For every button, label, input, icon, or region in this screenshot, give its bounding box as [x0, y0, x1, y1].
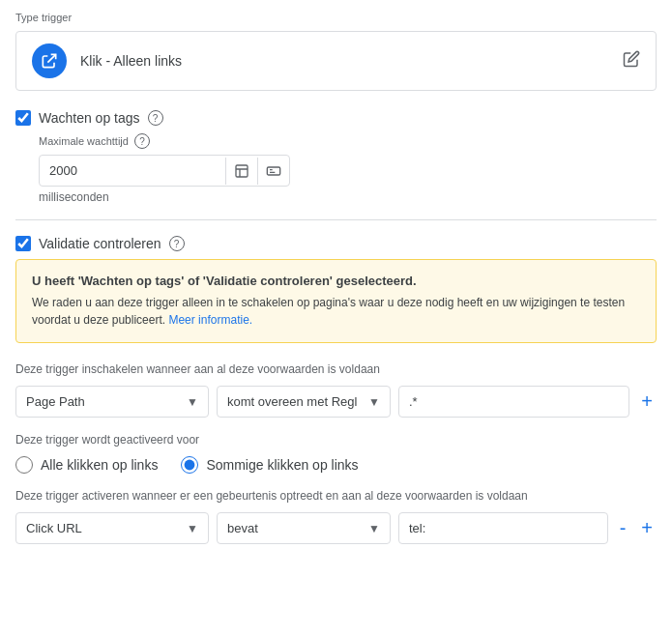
filter-condition-row: Page Path ▼ komt overeen met Regl ▼ + — [15, 386, 657, 418]
warning-title: U heeft 'Wachten op tags' of 'Validatie … — [32, 274, 640, 288]
warning-text: We raden u aan deze trigger alleen in te… — [32, 294, 640, 329]
event-remove-condition-button[interactable]: - — [616, 513, 630, 543]
event-add-condition-button[interactable]: + — [637, 513, 657, 543]
event-condition-row: Click URL ▼ bevat ▼ - + — [15, 512, 657, 544]
trigger-card-left: Klik - Alleen links — [32, 43, 182, 78]
warning-link[interactable]: Meer informatie. — [168, 313, 252, 327]
warning-text-content: We raden u aan deze trigger alleen in te… — [32, 296, 625, 327]
type-trigger-label: Type trigger — [15, 12, 657, 23]
wachten-op-tags-row: Wachten op tags ? — [15, 110, 657, 126]
wachten-op-tags-help-icon[interactable]: ? — [148, 110, 163, 126]
warning-box: U heeft 'Wachten op tags' of 'Validatie … — [15, 259, 657, 343]
trigger-fires-label: Deze trigger wordt geactiveerd voor — [15, 433, 657, 447]
wachten-op-tags-label: Wachten op tags — [39, 110, 140, 126]
svg-rect-1 — [267, 167, 279, 175]
event-value-input[interactable] — [398, 512, 608, 544]
max-wachttijd-section: Maximale wachttijd ? milliseconden — [39, 133, 657, 204]
some-clicks-option[interactable]: Sommige klikken op links — [181, 456, 358, 474]
event-section-label: Deze trigger activeren wanneer er een ge… — [15, 489, 657, 503]
max-wachttijd-help-icon[interactable]: ? — [134, 133, 150, 149]
wachten-op-tags-section: Wachten op tags ? Maximale wachttijd ? — [15, 110, 657, 204]
svg-rect-0 — [236, 165, 248, 177]
filter-operator-dropdown[interactable]: komt overeen met Regl ▼ — [217, 386, 391, 418]
filter-section-label: Deze trigger inschakelen wanneer aan al … — [15, 362, 657, 376]
filter-variable-arrow: ▼ — [187, 395, 198, 409]
max-wachttijd-input-group — [39, 155, 290, 187]
validatie-help-icon[interactable]: ? — [169, 236, 185, 251]
filter-variable-dropdown[interactable]: Page Path ▼ — [15, 386, 209, 418]
validatie-row: Validatie controleren ? — [15, 236, 657, 251]
event-variable-arrow: ▼ — [187, 522, 198, 535]
divider-1 — [15, 219, 657, 220]
filter-add-condition-button[interactable]: + — [637, 387, 657, 417]
validatie-section: Validatie controleren ? — [15, 236, 657, 251]
filter-variable-value: Page Path — [26, 394, 85, 409]
milliseconds-label: milliseconden — [39, 190, 657, 204]
variable-picker-btn[interactable] — [225, 158, 257, 185]
all-clicks-option[interactable]: Alle klikken op links — [15, 456, 158, 474]
event-variable-dropdown[interactable]: Click URL ▼ — [15, 512, 209, 544]
some-clicks-label: Sommige klikken op links — [206, 457, 358, 473]
event-operator-dropdown[interactable]: bevat ▼ — [217, 512, 391, 544]
filter-operator-value: komt overeen met Regl — [227, 394, 357, 409]
max-wachttijd-input[interactable] — [40, 156, 225, 186]
some-clicks-radio[interactable] — [181, 456, 198, 474]
max-wachttijd-label: Maximale wachttijd ? — [39, 133, 657, 149]
event-section: Deze trigger activeren wanneer er een ge… — [15, 489, 657, 544]
trigger-name: Klik - Alleen links — [80, 53, 182, 69]
filter-operator-arrow: ▼ — [368, 395, 380, 409]
validatie-controleren-checkbox[interactable] — [15, 236, 31, 251]
all-clicks-label: Alle klikken op links — [41, 457, 158, 473]
wachten-op-tags-checkbox[interactable] — [15, 110, 31, 126]
event-operator-arrow: ▼ — [368, 522, 380, 535]
trigger-card: Klik - Alleen links — [15, 31, 657, 91]
trigger-fires-section: Deze trigger wordt geactiveerd voor Alle… — [15, 433, 657, 474]
trigger-fires-radio-group: Alle klikken op links Sommige klikken op… — [15, 456, 657, 474]
filter-section: Deze trigger inschakelen wanneer aan al … — [15, 362, 657, 418]
event-operator-value: bevat — [227, 521, 258, 535]
validatie-controleren-label: Validatie controleren — [39, 236, 161, 251]
trigger-icon — [32, 43, 67, 78]
insert-variable-btn[interactable] — [257, 158, 289, 185]
filter-value-input[interactable] — [398, 386, 629, 418]
event-variable-value: Click URL — [26, 521, 82, 535]
edit-icon[interactable] — [623, 50, 640, 72]
all-clicks-radio[interactable] — [15, 456, 33, 474]
